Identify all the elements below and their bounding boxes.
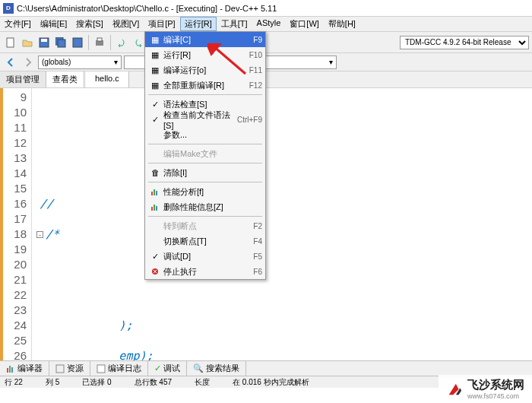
tab-bar: 项目管理 查看类 hello.c (0, 71, 532, 88)
separator (148, 182, 262, 182)
menu-file[interactable]: 文件[F] (0, 17, 36, 31)
check-icon: ✓ (154, 363, 161, 373)
svg-rect-18 (11, 367, 13, 373)
globals-combo[interactable]: (globals)▾ (38, 56, 122, 69)
new-file-icon[interactable] (3, 35, 18, 50)
separator (88, 35, 89, 50)
status-total: 总行数 457 (135, 377, 172, 387)
app-icon: D (3, 3, 14, 14)
file-tab[interactable]: hello.c (86, 71, 129, 87)
svg-rect-10 (156, 191, 157, 195)
window-title: C:\Users\Administrator\Desktop\C\hello.c… (17, 4, 277, 13)
svg-rect-11 (151, 207, 153, 211)
rebuild-icon: ▦ (148, 81, 162, 90)
menu-clean[interactable]: 🗑清除[I] (145, 165, 265, 180)
tab-resources[interactable]: 资源 (49, 361, 90, 376)
menu-run[interactable]: 运行[R] (180, 17, 217, 31)
menu-toggle-bp[interactable]: 切换断点[T]F4 (145, 233, 265, 249)
second-toolbar: (globals)▾ ▾ (0, 53, 532, 71)
menu-edit[interactable]: 编辑[E] (36, 17, 71, 31)
menu-profile[interactable]: 性能分析[f] (145, 184, 265, 199)
chart-del-icon (148, 202, 162, 211)
tab-compiler[interactable]: 编译器 (0, 361, 49, 376)
menu-makefile: 编辑Make文件 (145, 146, 265, 161)
run-menu-dropdown: ▦编译[C]F9 ▦运行[R]F10 ▦编译运行[o]F11 ▦全部重新编译[R… (144, 31, 266, 280)
undo-icon[interactable] (114, 35, 129, 50)
svg-rect-16 (7, 368, 8, 373)
log-icon (97, 364, 106, 373)
chart-icon (6, 364, 15, 373)
compiler-select[interactable]: TDM-GCC 4.9.2 64-bit Release (400, 36, 529, 49)
status-msg: 在 0.016 秒内完成解析 (233, 377, 309, 387)
tab-log[interactable]: 编译日志 (90, 361, 148, 376)
svg-rect-8 (151, 192, 153, 195)
syntax-icon: ✓ (148, 100, 162, 109)
status-sel: 已选择 0 (82, 377, 111, 387)
menu-compile-run[interactable]: ▦编译运行[o]F11 (145, 62, 265, 78)
menu-compile[interactable]: ▦编译[C]F9 (145, 32, 265, 47)
svg-rect-19 (56, 365, 64, 373)
menu-params[interactable]: 参数... (145, 127, 265, 142)
tab-results[interactable]: 🔍搜索结果 (187, 361, 246, 376)
bottom-tabs: 编译器 资源 编译日志 ✓调试 🔍搜索结果 (0, 360, 532, 376)
status-line: 行 22 (5, 377, 23, 387)
menu-search[interactable]: 搜索[S] (71, 17, 107, 31)
open-icon[interactable] (20, 35, 35, 50)
separator (148, 94, 262, 95)
syntax-file-icon: ✓ (148, 115, 162, 125)
title-bar: D C:\Users\Administrator\Desktop\C\hello… (0, 0, 532, 17)
status-col: 列 5 (46, 377, 59, 387)
resources-icon (55, 364, 65, 373)
separator (148, 163, 262, 163)
svg-rect-7 (97, 38, 102, 41)
watermark: 飞沙系统网 www.fs0745.com (439, 375, 532, 403)
save-all-icon[interactable] (53, 35, 68, 50)
menu-bar: 文件[F] 编辑[E] 搜索[S] 视图[V] 项目[P] 运行[R] 工具[T… (0, 17, 532, 32)
menu-view[interactable]: 视图[V] (108, 17, 144, 31)
svg-rect-4 (58, 40, 65, 47)
menu-syntax-current[interactable]: ✓检查当前文件语法[S]Ctrl+F9 (145, 112, 265, 127)
redo-icon[interactable] (131, 35, 146, 50)
menu-run-item[interactable]: ▦运行[R]F10 (145, 47, 265, 62)
compile-icon: ▦ (148, 35, 162, 45)
save-icon[interactable] (36, 35, 52, 50)
toolbar: TDM-GCC 4.9.2 64-bit Release (0, 32, 532, 53)
menu-help[interactable]: 帮助[H] (324, 17, 360, 31)
menu-goto-bp: 转到断点F2 (145, 218, 265, 233)
menu-debug[interactable]: ✓调试[D]F5 (145, 249, 265, 264)
code-editor[interactable]: // -/* ); emp); //算术运算符 int a=10; int b=… (32, 88, 532, 377)
status-len: 长度 (195, 377, 210, 387)
watermark-logo-icon (446, 381, 463, 398)
separator (148, 216, 262, 217)
editor-area: 9101112131415161718192021222324252627 //… (0, 88, 532, 377)
menu-stop[interactable]: 停止执行F6 (145, 264, 265, 279)
separator (110, 35, 111, 50)
menu-project[interactable]: 项目[P] (144, 17, 179, 31)
svg-rect-9 (154, 189, 155, 195)
forward-icon[interactable] (21, 55, 36, 70)
save-as-icon[interactable] (70, 35, 85, 50)
svg-rect-17 (9, 366, 11, 373)
tab-debug[interactable]: ✓调试 (148, 361, 187, 376)
svg-rect-2 (41, 39, 47, 42)
watermark-url: www.fs0745.com (467, 392, 524, 400)
print-icon[interactable] (92, 35, 107, 50)
tab-project[interactable]: 项目管理 (0, 71, 46, 87)
line-gutter: 9101112131415161718192021222324252627 (0, 88, 32, 377)
svg-rect-20 (97, 365, 105, 373)
menu-rebuild[interactable]: ▦全部重新编译[R]F12 (145, 78, 265, 93)
back-icon[interactable] (3, 55, 18, 70)
menu-del-profile[interactable]: 删除性能信息[Z] (145, 199, 265, 214)
svg-rect-13 (156, 206, 157, 211)
svg-rect-0 (7, 38, 14, 47)
tab-classview[interactable]: 查看类 (46, 71, 84, 87)
search-icon: 🔍 (193, 363, 204, 373)
svg-rect-12 (154, 205, 155, 211)
run-icon: ▦ (148, 50, 162, 60)
separator (148, 144, 262, 144)
chart-icon (148, 187, 162, 196)
stop-icon (148, 268, 162, 275)
menu-tools[interactable]: 工具[T] (217, 17, 252, 31)
menu-window[interactable]: 窗口[W] (285, 17, 324, 31)
menu-astyle[interactable]: AStyle (252, 17, 286, 31)
